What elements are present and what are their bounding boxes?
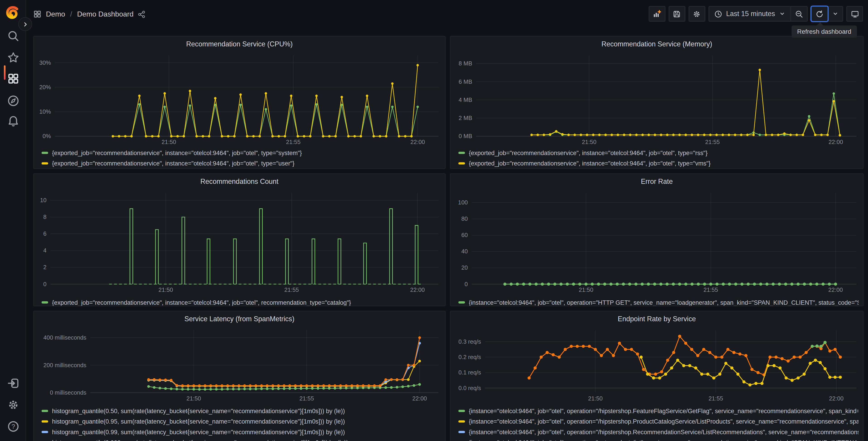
chevron-right-icon [22, 21, 29, 27]
share-icon[interactable] [138, 10, 146, 18]
sidebar-item-sign-in[interactable] [7, 377, 19, 389]
svg-text:8 MB: 8 MB [459, 60, 472, 66]
dashboards-grid-icon [7, 72, 19, 85]
legend-swatch-icon [41, 301, 48, 303]
panel-title[interactable]: Endpoint Rate by Service [451, 311, 863, 325]
legend-swatch-icon [459, 410, 465, 412]
svg-text:20: 20 [461, 264, 468, 271]
error-rate-chart[interactable]: 21:5021:5522:00020406080100 [455, 188, 860, 294]
save-dashboard-button[interactable] [669, 6, 685, 22]
sidebar-item-dashboards[interactable] [7, 72, 19, 85]
panel-title[interactable]: Recommendation Service (CPU%) [34, 36, 445, 50]
legend-label: {instance="otelcol:9464", job="otel", op… [469, 407, 859, 414]
cpu-chart[interactable]: 21:5021:5522:000%10%20%30% [38, 51, 442, 146]
time-range-picker[interactable]: Last 15 minutes [709, 6, 790, 21]
svg-text:22:00: 22:00 [410, 139, 425, 145]
service-latency-chart[interactable]: 21:5021:5522:000 milliseconds200 millise… [38, 326, 442, 403]
svg-text:22:00: 22:00 [828, 287, 843, 293]
legend-item[interactable]: {exported_job="recommendationservice", i… [41, 158, 440, 168]
legend-item[interactable]: {instance="otelcol:9464", job="otel", op… [459, 406, 859, 416]
legend-item[interactable]: {exported_job="recommendationservice", i… [459, 158, 859, 168]
legend: {exported_job="recommendationservice", i… [459, 147, 859, 169]
refresh-button[interactable] [811, 6, 828, 21]
svg-text:0.0 req/s: 0.0 req/s [459, 385, 481, 391]
legend: {exported_job="recommendationservice", i… [41, 147, 440, 169]
page-header: Demo / Demo Dashboard Last 15 minutes [26, 0, 868, 28]
cycle-view-mode-button[interactable] [846, 6, 863, 22]
svg-text:21:55: 21:55 [705, 139, 720, 145]
breadcrumb-page[interactable]: Demo Dashboard [77, 10, 133, 18]
sidebar-item-starred[interactable] [7, 52, 19, 64]
add-panel-button[interactable] [649, 6, 665, 22]
memory-chart[interactable]: 21:5021:5522:000 MB2 MB4 MB6 MB8 MB [455, 51, 860, 146]
sidebar-expand-button[interactable] [18, 17, 32, 31]
svg-text:10%: 10% [39, 109, 51, 115]
svg-text:10: 10 [40, 197, 46, 203]
sidebar-active-indicator [4, 65, 5, 80]
legend-label: {instance="otelcol:9464", job="otel", op… [469, 428, 859, 435]
time-picker-group: Last 15 minutes [709, 6, 808, 22]
svg-text:21:55: 21:55 [299, 395, 314, 402]
legend-item[interactable]: {instance="otelcol:9464", job="otel", op… [459, 427, 859, 437]
breadcrumb-separator: / [69, 10, 73, 18]
sidebar-item-alerting[interactable] [7, 115, 19, 127]
legend-swatch-icon [41, 162, 48, 164]
legend-item[interactable]: histogram_quantile(0.999, sum(rate(laten… [41, 437, 440, 441]
chevron-down-icon [779, 10, 785, 17]
svg-text:0 milliseconds: 0 milliseconds [50, 389, 86, 396]
svg-text:21:50: 21:50 [582, 139, 596, 145]
grafana-logo-icon[interactable] [4, 5, 22, 22]
dashboard-settings-button[interactable] [688, 6, 705, 22]
svg-text:22:00: 22:00 [410, 287, 425, 293]
svg-text:22:00: 22:00 [412, 395, 427, 402]
svg-text:6 MB: 6 MB [459, 79, 472, 85]
save-icon [673, 10, 681, 18]
clock-icon [714, 10, 722, 18]
svg-text:0: 0 [43, 281, 46, 287]
sidebar-item-explore[interactable] [7, 95, 19, 107]
panel-title[interactable]: Error Rate [451, 174, 863, 187]
zoom-out-icon [795, 10, 803, 18]
panel-recommendation-cpu: Recommendation Service (CPU%) 21:5021:55… [33, 36, 446, 169]
star-icon [7, 52, 19, 64]
legend-item[interactable]: {exported_job="recommendationservice", i… [41, 297, 440, 306]
svg-text:22:00: 22:00 [829, 139, 843, 145]
svg-text:4 MB: 4 MB [459, 97, 472, 103]
svg-text:?: ? [11, 423, 15, 430]
zoom-out-button[interactable] [791, 6, 807, 21]
legend-item[interactable]: histogram_quantile(0.99, sum(rate(latenc… [41, 427, 440, 437]
sidebar-item-server-admin[interactable] [7, 399, 19, 411]
legend-item[interactable]: {exported_job="recommendationservice", i… [459, 147, 859, 158]
legend-swatch-icon [459, 162, 465, 164]
legend-label: histogram_quantile(0.50, sum(rate(latenc… [52, 407, 345, 414]
panel-title[interactable]: Service Latency (from SpanMetrics) [34, 311, 445, 325]
toolbar: Last 15 minutes [649, 6, 863, 22]
breadcrumb-section[interactable]: Demo [46, 10, 65, 18]
panel-title[interactable]: Recommendations Count [34, 174, 445, 187]
refresh-interval-dropdown[interactable] [828, 6, 843, 21]
legend-item[interactable]: {exported_job="recommendationservice", i… [41, 147, 440, 158]
recommendations-count-chart[interactable]: 21:5021:5522:000246810 [38, 188, 442, 294]
panel-error-rate: Error Rate 21:5021:5522:00020406080100 {… [450, 173, 864, 306]
legend-item[interactable]: {instance="otelcol:9464", job="otel", op… [459, 437, 859, 441]
legend-item[interactable]: {instance="otelcol:9464", job="otel", op… [459, 416, 859, 426]
legend-label: {exported_job="recommendationservice", i… [469, 160, 711, 167]
legend: histogram_quantile(0.50, sum(rate(latenc… [41, 406, 440, 441]
legend-swatch-icon [41, 420, 48, 422]
legend-item[interactable]: histogram_quantile(0.95, sum(rate(latenc… [41, 416, 440, 426]
svg-text:100: 100 [458, 199, 468, 206]
bell-icon [7, 115, 19, 127]
sidebar-item-search[interactable] [7, 30, 19, 42]
legend-item[interactable]: histogram_quantile(0.50, sum(rate(latenc… [41, 406, 440, 416]
panel-title[interactable]: Recommendation Service (Memory) [451, 36, 863, 50]
legend-label: {exported_job="recommendationservice", i… [469, 149, 708, 156]
svg-text:0 MB: 0 MB [459, 133, 472, 139]
legend-swatch-icon [41, 431, 48, 433]
svg-text:400 milliseconds: 400 milliseconds [43, 334, 87, 341]
legend: {exported_job="recommendationservice", i… [41, 297, 440, 306]
legend-item[interactable]: {instance="otelcol:9464", job="otel", op… [459, 297, 859, 306]
endpoint-rate-chart[interactable]: 21:5021:5522:000.0 req/s0.1 req/s0.2 req… [455, 326, 860, 403]
sidebar-item-help[interactable]: ? [7, 420, 19, 433]
legend-label: {instance="otelcol:9464", job="otel", op… [469, 299, 859, 305]
svg-text:21:50: 21:50 [588, 395, 602, 402]
